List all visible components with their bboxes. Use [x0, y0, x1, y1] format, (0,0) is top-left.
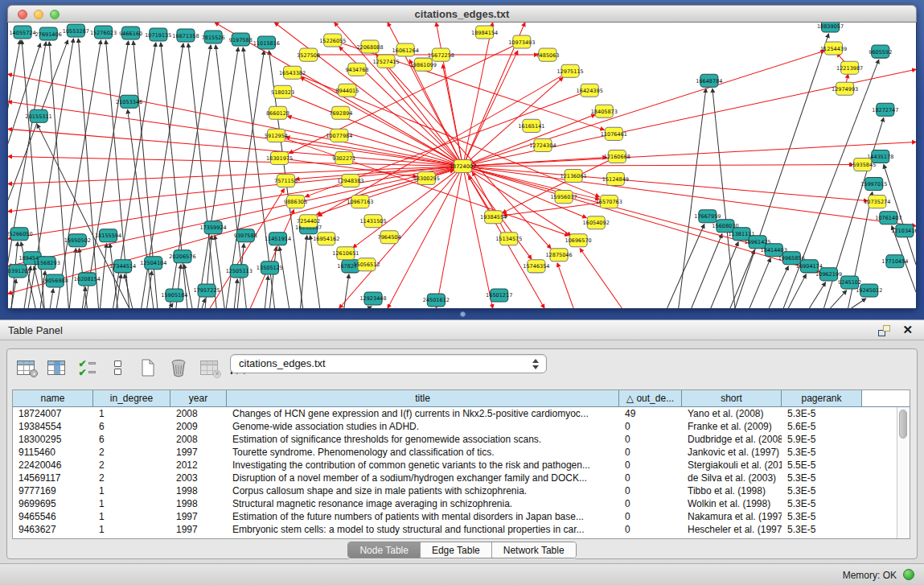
graph-node[interactable]: 10077984 [326, 129, 352, 142]
vertical-scrollbar[interactable] [897, 407, 910, 538]
table-row[interactable]: 911546021997Tourette syndrome. Phenomeno… [13, 446, 897, 459]
close-panel-icon[interactable]: ✕ [902, 323, 913, 337]
graph-node[interactable]: 16954162 [313, 233, 339, 245]
minimize-window-button[interactable] [34, 10, 43, 19]
graph-node[interactable]: 9466160 [119, 27, 142, 39]
graph-node[interactable]: 7254402 [297, 215, 320, 228]
graph-node[interactable]: 10761407 [875, 212, 901, 225]
memory-status-icon[interactable] [903, 569, 914, 580]
column-header-short[interactable]: short [682, 390, 782, 407]
graph-node[interactable]: 10391209 [8, 265, 31, 278]
graph-node[interactable]: 11254439 [820, 42, 847, 55]
graph-node[interactable]: 12505113 [226, 265, 253, 278]
select-all-columns-icon[interactable]: ✔ ✔ [76, 358, 97, 377]
graph-node[interactable]: 12213987 [836, 61, 863, 74]
graph-node[interactable]: 3527506 [297, 48, 320, 61]
column-header-year[interactable]: year [170, 390, 227, 407]
graph-node[interactable]: 15124849 [602, 173, 629, 186]
graph-node[interactable]: 12527415 [372, 55, 399, 68]
delete-column-icon[interactable] [168, 358, 189, 377]
graph-node[interactable]: 11451914 [265, 233, 291, 245]
graph-node[interactable]: 16671358 [172, 29, 199, 42]
scrollbar-thumb[interactable] [899, 410, 907, 439]
column-header-name[interactable]: name [13, 390, 93, 407]
graph-node[interactable]: 15134575 [495, 233, 522, 245]
graph-node[interactable]: 9302271 [332, 151, 355, 164]
create-column-icon[interactable] [138, 358, 158, 377]
table-row[interactable]: 2242004622012Investigating the contribut… [13, 459, 897, 472]
graph-node[interactable]: 12610651 [332, 247, 359, 260]
graph-node[interactable]: 16543382 [279, 66, 306, 79]
graph-node[interactable]: 7815526 [202, 31, 225, 43]
graph-node[interactable]: 15905184 [161, 289, 187, 302]
float-panel-icon[interactable] [878, 325, 890, 336]
column-header-out_degree[interactable]: △ out_de... [619, 390, 682, 407]
graph-node[interactable]: 8944015 [335, 84, 359, 97]
table-row[interactable]: 946362711997Embryonic stem cells: a mode… [13, 523, 897, 536]
graph-node[interactable]: 12975115 [556, 64, 583, 77]
zoom-window-button[interactable] [50, 10, 60, 19]
network-view[interactable]: 1405572427691406105532871527602394661601… [7, 23, 917, 309]
graph-node[interactable]: 25266050 [8, 228, 33, 241]
graph-node[interactable]: 5912954 [265, 129, 288, 142]
unselect-all-columns-icon[interactable] [107, 358, 128, 377]
graph-node[interactable]: 18155594 [95, 229, 121, 242]
network-canvas[interactable]: 1405572427691406105532871527602394661601… [8, 23, 916, 308]
graph-node[interactable]: 20206576 [169, 250, 195, 263]
graph-node[interactable]: 15956037 [550, 191, 577, 204]
graph-node[interactable]: 15226055 [319, 34, 346, 47]
graph-node[interactable]: 9197588 [229, 33, 253, 46]
graph-node[interactable]: 13505125 [257, 262, 283, 274]
graph-node[interactable]: 10553287 [63, 24, 89, 37]
graph-node[interactable]: 17957225 [193, 284, 220, 297]
graph-node[interactable]: 12974993 [832, 82, 858, 95]
graph-node[interactable]: 12923448 [359, 292, 386, 305]
graph-node[interactable]: 15276023 [90, 26, 117, 39]
graph-node[interactable]: 7485063 [536, 48, 559, 61]
graph-node[interactable]: 12136061 [561, 170, 587, 183]
graph-node[interactable]: 9605592 [869, 45, 892, 58]
table-row[interactable]: 1872400712008Changes of HCN gene express… [13, 407, 897, 420]
graph-node[interactable]: 18405873 [591, 105, 618, 117]
tab-edge-table[interactable]: Edge Table [421, 542, 492, 558]
graph-node[interactable]: 19056988 [42, 274, 68, 287]
graph-node[interactable]: 9397588 [234, 229, 257, 242]
graph-node[interactable]: 20155311 [26, 109, 52, 122]
graph-node[interactable]: 7692894 [329, 106, 352, 119]
show-columns-icon[interactable] [46, 358, 67, 377]
graph-node[interactable]: 12875046 [545, 249, 572, 262]
table-row[interactable]: 977716911998Corpus callosum shape and si… [13, 484, 897, 497]
column-header-in_degree[interactable]: in_degree [93, 390, 170, 407]
graph-node[interactable]: 16165141 [518, 119, 544, 132]
table-row[interactable]: 969969511998Structural magnetic resonanc… [13, 497, 897, 510]
column-header-title[interactable]: title [227, 390, 619, 407]
column-header-pagerank[interactable]: pagerank [782, 390, 862, 407]
graph-node[interactable]: 10696570 [565, 234, 592, 247]
graph-node[interactable]: 10719135 [145, 28, 171, 41]
graph-node[interactable]: 11076461 [601, 127, 627, 140]
table-selector-dropdown[interactable]: citations_edges.txt [230, 354, 547, 373]
tab-node-table[interactable]: Node Table [348, 542, 421, 558]
table-mode-icon[interactable] [15, 358, 36, 377]
table-row[interactable]: 1456911722003Disruption of a novel membe… [13, 472, 897, 484]
graph-node[interactable]: 12724304 [529, 138, 556, 151]
graph-node[interactable]: 14055724 [9, 26, 35, 39]
window-resize-grip[interactable] [460, 311, 466, 317]
graph-node[interactable]: 8660128 [266, 106, 290, 119]
graph-node[interactable]: 16054092 [583, 216, 610, 229]
graph-node[interactable]: 18839057 [817, 23, 844, 32]
graph-node[interactable]: 16570763 [596, 196, 622, 208]
graph-node[interactable]: 9434768 [345, 63, 368, 76]
table-row[interactable]: 946554611997Estimation of the future num… [13, 510, 897, 523]
graph-node[interactable]: 9886305 [284, 196, 307, 208]
tab-network-table[interactable]: Network Table [492, 542, 576, 558]
graph-node[interactable]: 5180323 [271, 85, 294, 98]
graph-node[interactable]: 16501217 [486, 289, 512, 302]
graph-node[interactable]: 10735274 [864, 196, 890, 208]
graph-node[interactable]: 24501612 [423, 294, 450, 307]
graph-node[interactable]: 7571158 [274, 175, 298, 187]
graph-node[interactable]: 18272747 [872, 103, 898, 116]
graph-node[interactable]: 16424395 [577, 84, 603, 97]
close-window-button[interactable] [18, 10, 27, 19]
graph-node[interactable]: 7964504 [378, 231, 401, 244]
